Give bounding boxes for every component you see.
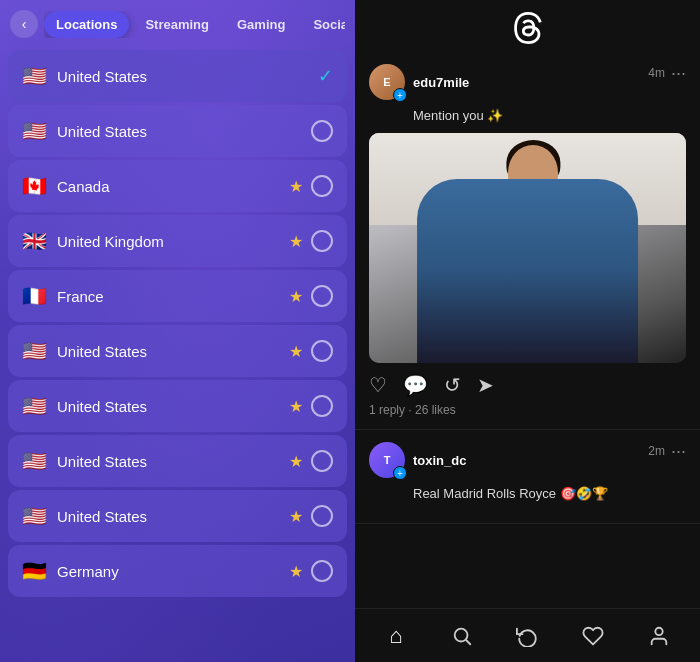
nav-profile-button[interactable] (637, 614, 681, 658)
location-right: ★ (289, 505, 333, 527)
select-circle[interactable] (311, 120, 333, 142)
share-button[interactable]: ➤ (477, 373, 494, 397)
flag-icon: 🇺🇸 (22, 396, 47, 416)
tab-gaming[interactable]: Gaming (225, 11, 297, 38)
right-header (355, 0, 700, 52)
locations-list: 🇺🇸 United States ✓ 🇺🇸 United States 🇨🇦 C… (0, 46, 355, 662)
repost-button[interactable]: ↺ (444, 373, 461, 397)
select-circle[interactable] (311, 175, 333, 197)
location-name: United States (57, 453, 147, 470)
select-circle[interactable] (311, 285, 333, 307)
location-left: 🇺🇸 United States (22, 341, 147, 361)
tabs-row: Locations Streaming Gaming Social Media (44, 11, 345, 38)
select-circle[interactable] (311, 230, 333, 252)
heart-icon (582, 625, 604, 647)
post-card: T + toxin_dc 2m ··· Real Madrid Rolls Ro… (355, 430, 700, 524)
location-right: ✓ (318, 65, 333, 87)
post-header-left: T + toxin_dc (369, 442, 466, 478)
more-options-button[interactable]: ··· (671, 442, 686, 460)
star-icon: ★ (289, 177, 303, 196)
right-panel: E + edu7mile 4m ··· Mention you ✨ (355, 0, 700, 662)
select-circle[interactable] (311, 560, 333, 582)
star-icon: ★ (289, 452, 303, 471)
post-caption: Real Madrid Rolls Royce 🎯🤣🏆 (413, 486, 686, 501)
location-left: 🇺🇸 United States (22, 451, 147, 471)
location-name: France (57, 288, 104, 305)
bottom-nav: ⌂ (355, 608, 700, 662)
location-left: 🇺🇸 United States (22, 396, 147, 416)
post-card: E + edu7mile 4m ··· Mention you ✨ (355, 52, 700, 430)
threads-logo (512, 12, 544, 44)
post-header: T + toxin_dc 2m ··· (369, 442, 686, 478)
nav-likes-button[interactable] (571, 614, 615, 658)
back-button[interactable]: ‹ (10, 10, 38, 38)
location-name: United Kingdom (57, 233, 164, 250)
post-user-info: toxin_dc (413, 453, 466, 468)
flag-icon: 🇺🇸 (22, 341, 47, 361)
nav-compose-button[interactable] (505, 614, 549, 658)
location-name: United States (57, 398, 147, 415)
post-time-area: 2m ··· (648, 442, 686, 460)
post-time: 2m (648, 444, 665, 458)
location-right: ★ (289, 230, 333, 252)
tab-streaming[interactable]: Streaming (133, 11, 221, 38)
username: edu7mile (413, 75, 469, 90)
list-item[interactable]: 🇫🇷 France ★ (8, 270, 347, 322)
select-circle[interactable] (311, 505, 333, 527)
comment-button[interactable]: 💬 (403, 373, 428, 397)
list-item[interactable]: 🇺🇸 United States ✓ (8, 50, 347, 102)
post-image-content (369, 133, 686, 363)
like-button[interactable]: ♡ (369, 373, 387, 397)
location-right: ★ (289, 285, 333, 307)
location-name: United States (57, 123, 147, 140)
threads-logo-svg (512, 12, 544, 44)
select-circle[interactable] (311, 340, 333, 362)
nav-home-button[interactable]: ⌂ (374, 614, 418, 658)
tab-locations[interactable]: Locations (44, 11, 129, 38)
select-circle[interactable] (311, 450, 333, 472)
flag-icon: 🇺🇸 (22, 121, 47, 141)
list-item[interactable]: 🇩🇪 Germany ★ (8, 545, 347, 597)
location-left: 🇫🇷 France (22, 286, 104, 306)
list-item[interactable]: 🇨🇦 Canada ★ (8, 160, 347, 212)
list-item[interactable]: 🇺🇸 United States ★ (8, 435, 347, 487)
person-body (417, 179, 639, 363)
location-name: United States (57, 68, 147, 85)
flag-icon: 🇬🇧 (22, 231, 47, 251)
list-item[interactable]: 🇬🇧 United Kingdom ★ (8, 215, 347, 267)
post-caption: Mention you ✨ (413, 108, 686, 123)
list-item[interactable]: 🇺🇸 United States ★ (8, 490, 347, 542)
star-icon: ★ (289, 397, 303, 416)
feed: E + edu7mile 4m ··· Mention you ✨ (355, 52, 700, 608)
location-name: Canada (57, 178, 110, 195)
location-left: 🇬🇧 United Kingdom (22, 231, 164, 251)
post-image (369, 133, 686, 363)
tab-social-media[interactable]: Social Media (301, 11, 345, 38)
profile-icon (648, 625, 670, 647)
post-time-area: 4m ··· (648, 64, 686, 82)
post-header: E + edu7mile 4m ··· (369, 64, 686, 100)
location-right: ★ (289, 340, 333, 362)
location-left: 🇺🇸 United States (22, 506, 147, 526)
svg-point-2 (655, 627, 662, 634)
nav-search-button[interactable] (440, 614, 484, 658)
flag-icon: 🇩🇪 (22, 561, 47, 581)
location-right: ★ (289, 395, 333, 417)
flag-icon: 🇫🇷 (22, 286, 47, 306)
location-name: Germany (57, 563, 119, 580)
location-name: United States (57, 343, 147, 360)
more-options-button[interactable]: ··· (671, 64, 686, 82)
post-user-info: edu7mile (413, 75, 469, 90)
location-right: ★ (289, 450, 333, 472)
list-item[interactable]: 🇺🇸 United States ★ (8, 380, 347, 432)
post-stats: 1 reply · 26 likes (369, 403, 686, 417)
username: toxin_dc (413, 453, 466, 468)
location-right: ★ (289, 175, 333, 197)
follow-badge[interactable]: + (393, 466, 407, 480)
select-circle[interactable] (311, 395, 333, 417)
list-item[interactable]: 🇺🇸 United States (8, 105, 347, 157)
star-icon: ★ (289, 232, 303, 251)
location-left: 🇺🇸 United States (22, 121, 147, 141)
list-item[interactable]: 🇺🇸 United States ★ (8, 325, 347, 377)
follow-badge[interactable]: + (393, 88, 407, 102)
